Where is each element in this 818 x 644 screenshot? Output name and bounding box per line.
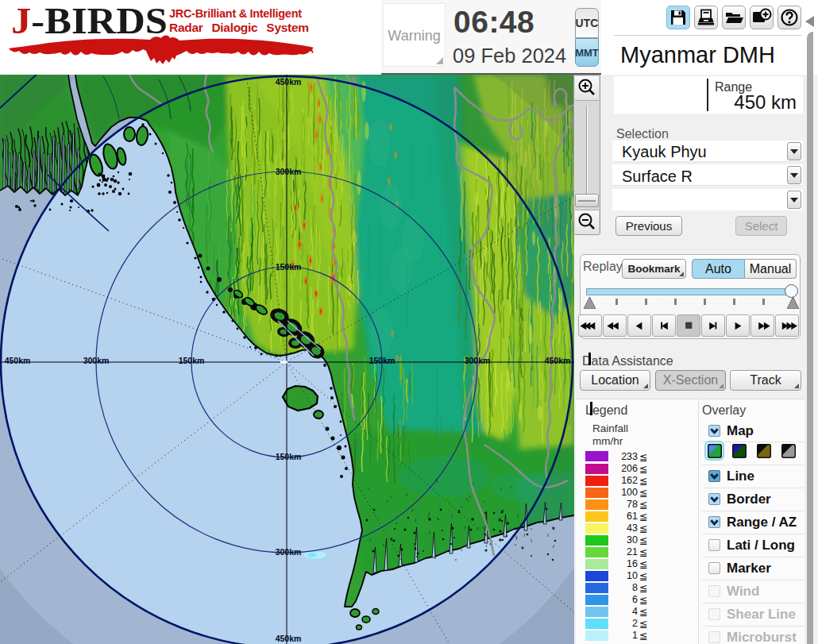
svg-text:300km: 300km bbox=[83, 356, 110, 365]
svg-text:450km: 450km bbox=[545, 356, 571, 365]
svg-text:450km: 450km bbox=[276, 77, 302, 87]
svg-text:300km: 300km bbox=[465, 356, 491, 365]
svg-text:150km: 150km bbox=[369, 356, 395, 365]
svg-text:150km: 150km bbox=[276, 262, 302, 272]
svg-text:450km: 450km bbox=[276, 634, 302, 643]
svg-text:300km: 300km bbox=[276, 167, 302, 176]
svg-text:300km: 300km bbox=[276, 547, 302, 557]
svg-text:150km: 150km bbox=[276, 452, 302, 461]
svg-text:150km: 150km bbox=[179, 356, 205, 365]
svg-text:450km: 450km bbox=[5, 356, 31, 365]
